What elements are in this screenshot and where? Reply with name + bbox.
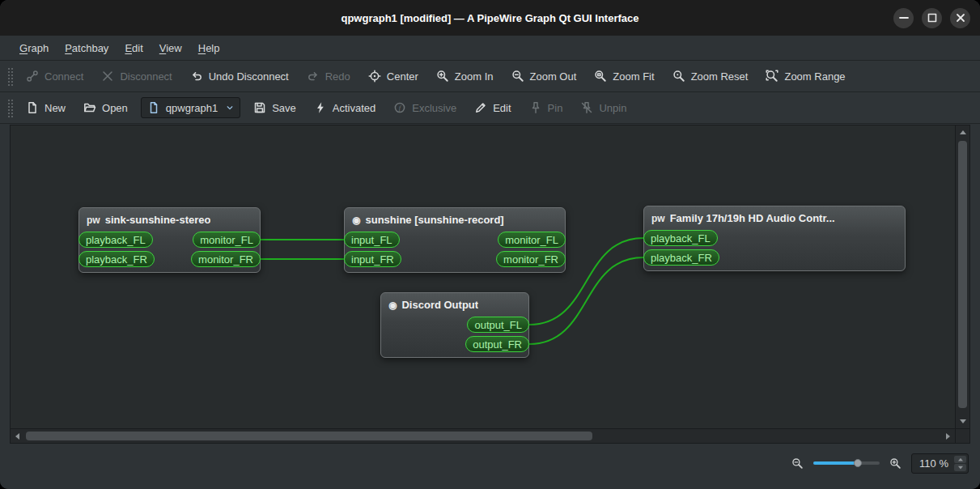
tool-connect-button[interactable]: Connect: [18, 65, 91, 87]
save-icon: [253, 101, 266, 114]
new-icon: [26, 101, 39, 114]
node-title-text: Discord Output: [401, 299, 478, 311]
tool-label: Open: [102, 102, 128, 114]
node-sunshine-sunshine-record[interactable]: ◉sunshine [sunshine-record]input_FLmonit…: [344, 207, 566, 273]
menu-view[interactable]: View: [151, 36, 190, 60]
zoom-out-icon[interactable]: [791, 457, 804, 470]
tool-label: Zoom Range: [784, 70, 845, 83]
menu-graph[interactable]: Graph: [11, 36, 57, 60]
zoom-out-icon: [511, 70, 524, 83]
tool-label: Zoom In: [455, 70, 494, 83]
scroll-right-button[interactable]: [941, 429, 955, 443]
tool-new-button[interactable]: New: [18, 96, 74, 119]
tool-label: Center: [387, 70, 418, 83]
zoom-spin-down-button[interactable]: [954, 464, 966, 471]
scrollbar-corner: [955, 429, 969, 443]
tool-zoom-in-button[interactable]: Zoom In: [428, 65, 502, 87]
node-title: pwsink-sunshine-stereo: [79, 208, 260, 230]
tool-undo-disconnect-button[interactable]: Undo Disconnect: [182, 65, 297, 87]
graph-canvas[interactable]: pwsink-sunshine-stereoplayback_FLmonitor…: [11, 125, 955, 428]
tool-pin-button[interactable]: Pin: [521, 96, 571, 119]
minimize-button[interactable]: [893, 8, 914, 28]
tool-zoom-fit-button[interactable]: Zoom Fit: [586, 65, 662, 87]
zoom-slider[interactable]: [813, 457, 880, 469]
menubar: GraphPatchbayEditViewHelp: [0, 36, 980, 61]
zoom-fit-icon: [594, 70, 607, 83]
zoom-slider-handle[interactable]: [854, 459, 862, 467]
toolbar-file-wrap: NewOpenqpwgraph1SaveActivatedfExclusiveE…: [0, 92, 980, 124]
tool-open-button[interactable]: Open: [75, 96, 136, 119]
tool-label: Zoom Out: [530, 70, 577, 83]
scroll-right-icon: [946, 433, 950, 440]
port-monitor-fl[interactable]: monitor_FL: [498, 232, 566, 248]
scroll-down-button[interactable]: [956, 415, 969, 428]
minimize-icon: [897, 11, 910, 24]
node-sink-sunshine-stereo[interactable]: pwsink-sunshine-stereoplayback_FLmonitor…: [78, 207, 261, 273]
maximize-button[interactable]: [922, 8, 942, 28]
scroll-left-button[interactable]: [11, 429, 24, 443]
tool-edit-button[interactable]: Edit: [466, 96, 519, 119]
port-monitor-fr[interactable]: monitor_FR: [191, 251, 261, 267]
zoom-in-icon: [436, 70, 449, 83]
tool-center-button[interactable]: Center: [360, 65, 426, 87]
open-icon: [83, 101, 96, 114]
exclusive-icon: f: [393, 101, 406, 114]
file-icon: [147, 101, 160, 114]
close-button[interactable]: [950, 8, 970, 28]
undo-icon: [190, 70, 203, 83]
zoom-slider-fill: [813, 461, 858, 465]
menu-patchbay[interactable]: Patchbay: [57, 36, 117, 60]
tool-save-button[interactable]: Save: [245, 96, 304, 119]
connect-icon: [26, 70, 39, 83]
vertical-scroll-track[interactable]: [956, 139, 969, 415]
scroll-left-icon: [15, 433, 19, 440]
tool-exclusive-button[interactable]: fExclusive: [385, 96, 465, 119]
port-playback-fl[interactable]: playback_FL: [78, 232, 153, 248]
port-output-fl[interactable]: output_FL: [467, 317, 529, 333]
zoom-spinbox[interactable]: 110 %: [911, 453, 969, 474]
horizontal-scroll-track[interactable]: [24, 429, 941, 443]
port-input-fl[interactable]: input_FL: [344, 232, 400, 248]
node-title: pwFamily 17h/19h HD Audio Contr...: [644, 206, 905, 228]
node-family-17h-19h-hd-audio-contr[interactable]: pwFamily 17h/19h HD Audio Contr...playba…: [643, 206, 906, 271]
title-bar[interactable]: qpwgraph1 [modified] — A PipeWire Graph …: [0, 0, 980, 36]
tool-label: Zoom Fit: [613, 70, 654, 83]
vertical-scrollbar[interactable]: [955, 125, 969, 428]
edit-icon: [474, 101, 487, 114]
toolbar-handle[interactable]: [6, 98, 13, 117]
tool-zoom-range-button[interactable]: Zoom Range: [757, 65, 853, 87]
tool-zoom-out-button[interactable]: Zoom Out: [503, 65, 585, 87]
zoom-in-icon[interactable]: [889, 457, 902, 470]
tool-label: Undo Disconnect: [209, 70, 289, 83]
menu-edit[interactable]: Edit: [117, 36, 151, 60]
vertical-scroll-thumb[interactable]: [958, 141, 967, 408]
node-title: ◉Discord Output: [381, 293, 528, 315]
node-title: ◉sunshine [sunshine-record]: [345, 208, 565, 230]
tool-zoom-reset-button[interactable]: Zoom Reset: [664, 65, 757, 87]
horizontal-scrollbar[interactable]: [11, 429, 955, 443]
combo-value: qpwgraph1: [166, 102, 218, 114]
pipewire-icon: pw: [651, 213, 665, 224]
port-monitor-fr[interactable]: monitor_FR: [496, 251, 566, 267]
port-input-fr[interactable]: input_FR: [344, 251, 401, 267]
patchbay-file-combo[interactable]: qpwgraph1: [141, 97, 240, 118]
pin-icon: [529, 101, 542, 114]
port-playback-fr[interactable]: playback_FR: [643, 249, 719, 266]
port-monitor-fl[interactable]: monitor_FL: [193, 232, 261, 248]
port-output-fr[interactable]: output_FR: [465, 336, 529, 352]
chevron-down-icon: [226, 101, 234, 114]
pipewire-icon: pw: [87, 215, 100, 226]
tool-redo-button[interactable]: Redo: [299, 65, 358, 87]
tool-unpin-button[interactable]: Unpin: [572, 96, 634, 119]
tool-activated-button[interactable]: Activated: [306, 96, 384, 119]
port-playback-fr[interactable]: playback_FR: [78, 251, 155, 267]
horizontal-scroll-thumb[interactable]: [26, 432, 592, 440]
toolbar-handle[interactable]: [6, 66, 13, 86]
zoom-slider-track[interactable]: [813, 461, 880, 465]
port-playback-fl[interactable]: playback_FL: [643, 230, 718, 246]
scroll-up-button[interactable]: [956, 125, 969, 139]
zoom-spin-up-button[interactable]: [954, 456, 966, 463]
menu-help[interactable]: Help: [190, 36, 228, 60]
node-discord-output[interactable]: ◉Discord Outputoutput_FLoutput_FR: [380, 292, 529, 358]
tool-disconnect-button[interactable]: Disconnect: [93, 65, 180, 87]
